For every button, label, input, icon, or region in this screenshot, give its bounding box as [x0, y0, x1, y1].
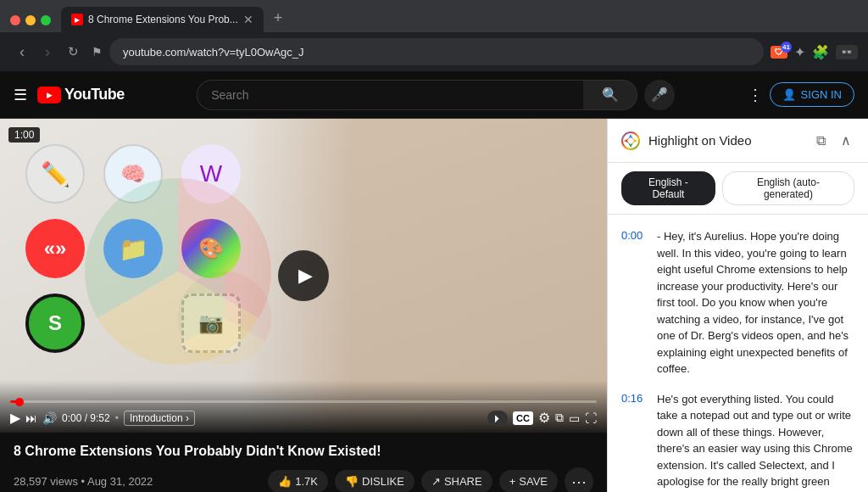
yt-header: ☰ ▶ YouTube 🔍 🎤 ⋮ 👤 SIGN IN [0, 71, 868, 119]
active-tab[interactable]: ▶ 8 Chrome Extensions You Prob... ✕ [61, 7, 264, 32]
dislike-button[interactable]: 👎 DISLIKE [335, 470, 415, 492]
transcript-entry: 0:00 - Hey, it's Aurelius. Hope you're d… [608, 221, 868, 384]
save-icon: + [509, 475, 516, 488]
panel-title: Highlight on Video [648, 133, 804, 148]
volume-button[interactable]: 🔊 [42, 411, 57, 425]
timer-badge: 1:00 [8, 127, 40, 143]
yt-logo-icon: ▶ [37, 87, 61, 103]
fullscreen-button[interactable]: ⛶ [585, 411, 597, 425]
timestamp[interactable]: 0:00 [621, 228, 647, 377]
view-count: 28,597 views • Aug 31, 2022 [14, 475, 153, 488]
svg-marker-3 [624, 138, 629, 143]
transcript-text: He's got everything listed. You could ta… [657, 391, 854, 493]
more-options-button[interactable]: ⋮ [748, 86, 763, 104]
sign-in-button[interactable]: 👤 SIGN IN [770, 82, 854, 107]
refresh-button[interactable]: ↻ [61, 40, 85, 64]
close-tab-icon[interactable]: ✕ [243, 13, 253, 26]
miniplayer-button[interactable]: ⧉ [555, 411, 564, 425]
next-button[interactable]: ⏭ [25, 411, 37, 425]
bookmark-button[interactable]: ⚑ [92, 45, 103, 59]
address-bar: ‹ › ↻ ⚑ 🛡 41 ✦ 🧩 👓 [0, 32, 868, 71]
maximize-window-button[interactable] [41, 15, 51, 25]
tab-title: 8 Chrome Extensions You Prob... [88, 14, 238, 25]
like-count: 1.7K [295, 475, 318, 488]
lang-tab-default[interactable]: English - Default [621, 171, 715, 205]
autoplay-toggle[interactable]: ⏵ [487, 411, 508, 426]
hamburger-menu-button[interactable]: ☰ [14, 86, 27, 104]
thumbs-down-icon: 👎 [345, 475, 359, 488]
chapter-label[interactable]: Introduction › [124, 411, 195, 426]
microphone-button[interactable]: 🎤 [644, 80, 675, 110]
gemini-logo-icon [621, 131, 640, 150]
lang-tab-auto[interactable]: English (auto-generated) [722, 171, 854, 205]
tab-bar: ▶ 8 Chrome Extensions You Prob... ✕ + [0, 0, 868, 32]
brave-badge: 41 [781, 42, 792, 53]
video-player[interactable]: ✏️ 🧠 W «» 📁 🎨 S 📷 [0, 119, 607, 433]
new-tab-button[interactable]: + [267, 9, 290, 32]
subtitles-button[interactable]: CC [513, 411, 533, 425]
progress-bar[interactable] [10, 400, 597, 403]
extension-icon-star[interactable]: ✦ [794, 44, 805, 60]
browser-chrome: ▶ 8 Chrome Extensions You Prob... ✕ + ‹ … [0, 0, 868, 71]
main-content: ✏️ 🧠 W «» 📁 🎨 S 📷 [0, 119, 868, 492]
url-input[interactable] [109, 38, 764, 65]
video-section: ✏️ 🧠 W «» 📁 🎨 S 📷 [0, 119, 607, 492]
yt-logo[interactable]: ▶ YouTube [37, 86, 125, 103]
account-icon: 👤 [782, 88, 796, 101]
highlight-panel: Highlight on Video ⧉ ∧ English - Default… [607, 119, 868, 492]
panel-header: Highlight on Video ⧉ ∧ [608, 119, 868, 163]
language-tabs: English - Default English (auto-generate… [608, 163, 868, 215]
brave-shield-icon[interactable]: 🛡 41 [771, 46, 787, 59]
play-pause-button[interactable]: ▶ [10, 410, 20, 426]
progress-fill [10, 400, 20, 403]
thumbs-up-icon: 👍 [278, 475, 292, 488]
video-info: 8 Chrome Extensions You Probably Didn't … [0, 433, 607, 492]
extension-icon-glasses[interactable]: 👓 [836, 45, 858, 59]
like-button[interactable]: 👍 1.7K [268, 470, 328, 492]
forward-button[interactable]: › [36, 40, 59, 64]
minimize-window-button[interactable] [25, 15, 36, 25]
yt-logo-text: YouTube [64, 86, 125, 103]
close-window-button[interactable] [10, 15, 20, 25]
svg-marker-4 [632, 138, 637, 143]
tab-favicon: ▶ [71, 14, 83, 25]
copy-button[interactable]: ⧉ [813, 130, 829, 152]
theater-button[interactable]: ▭ [569, 411, 580, 425]
video-controls: ▶ ⏭ 🔊 0:00 / 9:52 • Introduction › ⏵ CC … [0, 380, 607, 433]
youtube-app: ☰ ▶ YouTube 🔍 🎤 ⋮ 👤 SIGN IN [0, 71, 868, 492]
collapse-panel-button[interactable]: ∧ [837, 129, 854, 152]
share-button[interactable]: ↗ SHARE [421, 470, 492, 492]
share-icon: ↗ [431, 475, 441, 488]
timestamp[interactable]: 0:16 [621, 391, 647, 493]
transcript-text: - Hey, it's Aurelius. Hope you're doing … [657, 228, 854, 377]
transcript-area: 0:00 - Hey, it's Aurelius. Hope you're d… [608, 215, 868, 492]
transcript-entry: 0:16 He's got everything listed. You cou… [608, 384, 868, 493]
time-display: 0:00 / 9:52 [62, 412, 110, 424]
search-input[interactable] [197, 80, 583, 110]
settings-button[interactable]: ⚙ [538, 410, 550, 426]
extension-icon-puzzle[interactable]: 🧩 [812, 44, 829, 60]
video-title: 8 Chrome Extensions You Probably Didn't … [14, 443, 593, 461]
progress-dot [15, 398, 24, 406]
search-icon: 🔍 [602, 87, 619, 103]
save-button[interactable]: + SAVE [499, 470, 558, 492]
more-actions-button[interactable]: ⋯ [565, 467, 593, 492]
search-button[interactable]: 🔍 [583, 80, 637, 110]
back-button[interactable]: ‹ [10, 40, 34, 64]
